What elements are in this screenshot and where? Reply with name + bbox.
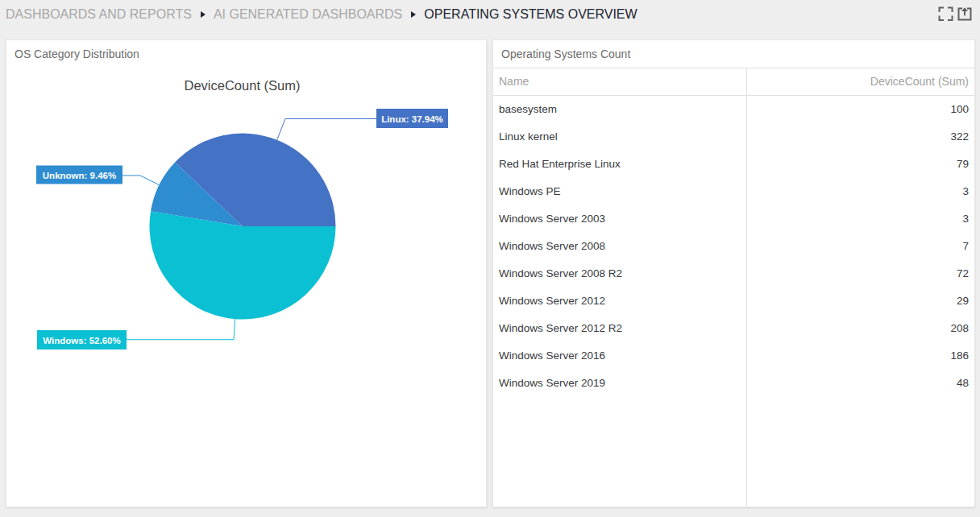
svg-text:Linux: 37.94%: Linux: 37.94% [381,114,443,124]
svg-text:Windows: 52.60%: Windows: 52.60% [43,336,120,345]
svg-text:Unknown: 9.46%: Unknown: 9.46% [43,171,116,180]
